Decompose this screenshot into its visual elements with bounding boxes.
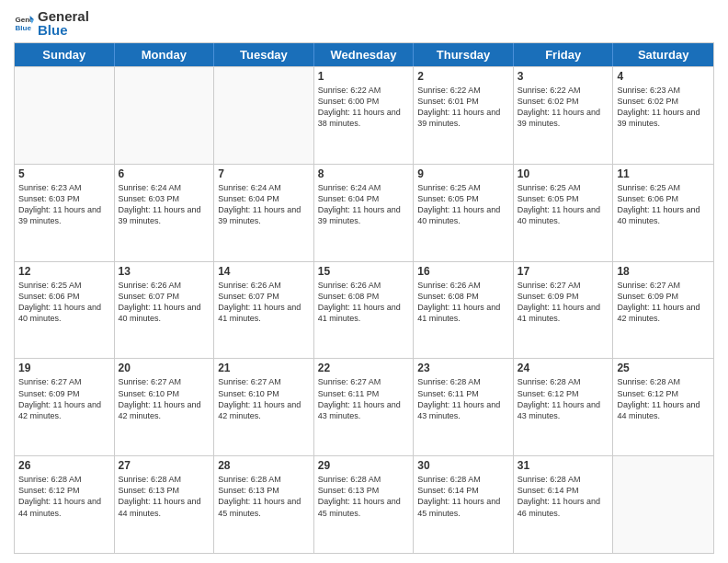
day-info: Sunrise: 6:27 AM Sunset: 6:10 PM Dayligh… [119, 376, 210, 421]
day-cell-19: 19Sunrise: 6:27 AM Sunset: 6:09 PM Dayli… [15, 359, 115, 455]
day-header-thursday: Thursday [414, 43, 514, 66]
day-number: 10 [518, 167, 609, 180]
day-info: Sunrise: 6:28 AM Sunset: 6:12 PM Dayligh… [617, 376, 710, 421]
day-header-monday: Monday [115, 43, 215, 66]
day-cell-11: 11Sunrise: 6:25 AM Sunset: 6:06 PM Dayli… [613, 165, 713, 261]
day-number: 20 [119, 362, 210, 374]
day-number: 18 [617, 265, 710, 278]
day-cell-18: 18Sunrise: 6:27 AM Sunset: 6:09 PM Dayli… [613, 262, 713, 359]
day-number: 28 [218, 459, 310, 472]
logo: General Blue General Blue [14, 9, 89, 37]
day-info: Sunrise: 6:27 AM Sunset: 6:10 PM Dayligh… [218, 376, 310, 421]
day-header-sunday: Sunday [15, 43, 115, 66]
day-cell-3: 3Sunrise: 6:22 AM Sunset: 6:02 PM Daylig… [514, 67, 614, 164]
day-header-saturday: Saturday [613, 43, 713, 66]
day-info: Sunrise: 6:28 AM Sunset: 6:13 PM Dayligh… [119, 474, 210, 519]
day-cell-12: 12Sunrise: 6:25 AM Sunset: 6:06 PM Dayli… [15, 262, 115, 359]
day-info: Sunrise: 6:28 AM Sunset: 6:12 PM Dayligh… [18, 474, 110, 519]
day-cell-22: 22Sunrise: 6:27 AM Sunset: 6:11 PM Dayli… [314, 359, 415, 455]
day-info: Sunrise: 6:26 AM Sunset: 6:07 PM Dayligh… [218, 280, 310, 325]
calendar: SundayMondayTuesdayWednesdayThursdayFrid… [14, 42, 714, 554]
day-info: Sunrise: 6:28 AM Sunset: 6:13 PM Dayligh… [318, 474, 410, 519]
day-number: 19 [18, 362, 110, 374]
day-info: Sunrise: 6:24 AM Sunset: 6:03 PM Dayligh… [119, 182, 210, 227]
day-info: Sunrise: 6:24 AM Sunset: 6:04 PM Dayligh… [218, 182, 310, 227]
day-cell-17: 17Sunrise: 6:27 AM Sunset: 6:09 PM Dayli… [514, 262, 614, 359]
day-cell-16: 16Sunrise: 6:26 AM Sunset: 6:08 PM Dayli… [414, 262, 514, 359]
day-number: 4 [617, 70, 710, 83]
day-number: 24 [518, 362, 609, 374]
day-info: Sunrise: 6:27 AM Sunset: 6:09 PM Dayligh… [18, 376, 110, 421]
day-info: Sunrise: 6:28 AM Sunset: 6:12 PM Dayligh… [518, 376, 609, 421]
day-number: 12 [18, 265, 110, 278]
week-row-1: 1Sunrise: 6:22 AM Sunset: 6:00 PM Daylig… [15, 66, 713, 164]
day-cell-14: 14Sunrise: 6:26 AM Sunset: 6:07 PM Dayli… [214, 262, 314, 359]
day-info: Sunrise: 6:26 AM Sunset: 6:08 PM Dayligh… [417, 280, 509, 325]
day-info: Sunrise: 6:24 AM Sunset: 6:04 PM Dayligh… [318, 182, 410, 227]
day-number: 30 [417, 459, 509, 472]
day-number: 23 [417, 362, 509, 374]
calendar-body: 1Sunrise: 6:22 AM Sunset: 6:00 PM Daylig… [15, 66, 713, 553]
day-number: 15 [318, 265, 410, 278]
day-info: Sunrise: 6:26 AM Sunset: 6:07 PM Dayligh… [119, 280, 210, 325]
day-number: 2 [417, 70, 509, 83]
day-info: Sunrise: 6:25 AM Sunset: 6:05 PM Dayligh… [417, 182, 509, 227]
day-cell-30: 30Sunrise: 6:28 AM Sunset: 6:14 PM Dayli… [414, 456, 514, 553]
day-cell-9: 9Sunrise: 6:25 AM Sunset: 6:05 PM Daylig… [414, 165, 514, 261]
day-header-wednesday: Wednesday [314, 43, 415, 66]
day-cell-26: 26Sunrise: 6:28 AM Sunset: 6:12 PM Dayli… [15, 456, 115, 553]
day-info: Sunrise: 6:25 AM Sunset: 6:06 PM Dayligh… [18, 280, 110, 325]
day-info: Sunrise: 6:28 AM Sunset: 6:14 PM Dayligh… [518, 474, 609, 519]
day-number: 27 [119, 459, 210, 472]
logo-blue: Blue [38, 23, 89, 37]
day-number: 9 [417, 167, 509, 180]
empty-cell [115, 67, 215, 164]
day-number: 25 [617, 362, 710, 374]
day-number: 6 [119, 167, 210, 180]
day-cell-23: 23Sunrise: 6:28 AM Sunset: 6:11 PM Dayli… [414, 359, 514, 455]
logo-icon: General Blue [14, 13, 34, 33]
day-number: 26 [18, 459, 110, 472]
day-cell-4: 4Sunrise: 6:23 AM Sunset: 6:02 PM Daylig… [613, 67, 713, 164]
week-row-2: 5Sunrise: 6:23 AM Sunset: 6:03 PM Daylig… [15, 164, 713, 261]
day-cell-29: 29Sunrise: 6:28 AM Sunset: 6:13 PM Dayli… [314, 456, 415, 553]
day-number: 8 [318, 167, 410, 180]
week-row-3: 12Sunrise: 6:25 AM Sunset: 6:06 PM Dayli… [15, 261, 713, 359]
day-info: Sunrise: 6:23 AM Sunset: 6:02 PM Dayligh… [617, 85, 710, 130]
logo-general: General [38, 9, 89, 23]
day-cell-10: 10Sunrise: 6:25 AM Sunset: 6:05 PM Dayli… [514, 165, 614, 261]
empty-cell [214, 67, 314, 164]
day-cell-25: 25Sunrise: 6:28 AM Sunset: 6:12 PM Dayli… [613, 359, 713, 455]
day-info: Sunrise: 6:25 AM Sunset: 6:05 PM Dayligh… [518, 182, 609, 227]
day-cell-6: 6Sunrise: 6:24 AM Sunset: 6:03 PM Daylig… [115, 165, 215, 261]
day-info: Sunrise: 6:28 AM Sunset: 6:13 PM Dayligh… [218, 474, 310, 519]
day-number: 22 [318, 362, 410, 374]
day-cell-21: 21Sunrise: 6:27 AM Sunset: 6:10 PM Dayli… [214, 359, 314, 455]
day-number: 1 [318, 70, 410, 83]
day-cell-24: 24Sunrise: 6:28 AM Sunset: 6:12 PM Dayli… [514, 359, 614, 455]
svg-text:Blue: Blue [15, 24, 31, 32]
day-info: Sunrise: 6:25 AM Sunset: 6:06 PM Dayligh… [617, 182, 710, 227]
day-number: 16 [417, 265, 509, 278]
day-cell-2: 2Sunrise: 6:22 AM Sunset: 6:01 PM Daylig… [414, 67, 514, 164]
day-cell-1: 1Sunrise: 6:22 AM Sunset: 6:00 PM Daylig… [314, 67, 415, 164]
day-info: Sunrise: 6:27 AM Sunset: 6:09 PM Dayligh… [518, 280, 609, 325]
day-number: 5 [18, 167, 110, 180]
day-info: Sunrise: 6:27 AM Sunset: 6:09 PM Dayligh… [617, 280, 710, 325]
day-cell-13: 13Sunrise: 6:26 AM Sunset: 6:07 PM Dayli… [115, 262, 215, 359]
day-info: Sunrise: 6:22 AM Sunset: 6:00 PM Dayligh… [318, 85, 410, 130]
day-number: 21 [218, 362, 310, 374]
empty-cell [15, 67, 115, 164]
day-cell-28: 28Sunrise: 6:28 AM Sunset: 6:13 PM Dayli… [214, 456, 314, 553]
day-number: 17 [518, 265, 609, 278]
day-info: Sunrise: 6:27 AM Sunset: 6:11 PM Dayligh… [318, 376, 410, 421]
day-cell-31: 31Sunrise: 6:28 AM Sunset: 6:14 PM Dayli… [514, 456, 614, 553]
day-info: Sunrise: 6:23 AM Sunset: 6:03 PM Dayligh… [18, 182, 110, 227]
day-cell-15: 15Sunrise: 6:26 AM Sunset: 6:08 PM Dayli… [314, 262, 415, 359]
day-number: 14 [218, 265, 310, 278]
day-number: 3 [518, 70, 609, 83]
day-info: Sunrise: 6:22 AM Sunset: 6:02 PM Dayligh… [518, 85, 609, 130]
day-number: 11 [617, 167, 710, 180]
day-header-tuesday: Tuesday [214, 43, 314, 66]
day-header-friday: Friday [514, 43, 614, 66]
